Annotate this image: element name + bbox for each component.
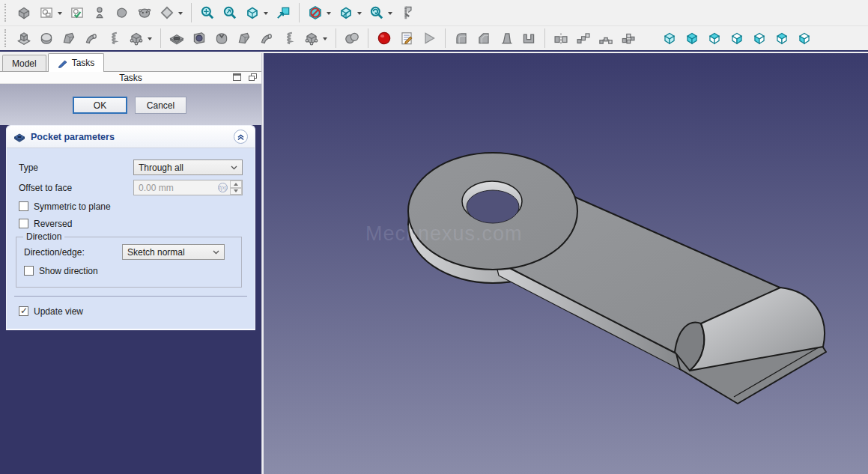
multitransform-icon[interactable] (619, 28, 638, 49)
draw-style-icon[interactable] (243, 2, 270, 23)
measure-icon[interactable] (398, 2, 417, 23)
type-select[interactable]: Through all (133, 159, 243, 175)
tab-tasks-label: Tasks (72, 58, 95, 68)
clipping-plane-icon[interactable] (306, 2, 333, 23)
thickness-icon[interactable] (519, 28, 538, 49)
polar-pattern-icon[interactable] (596, 28, 616, 49)
toolbar-separator (160, 28, 161, 48)
pocket-parameters-box: Pocket parameters Type Through all (6, 125, 255, 330)
groove-icon[interactable] (212, 28, 231, 49)
hole-icon[interactable] (189, 28, 209, 49)
chevron-down-icon (231, 165, 237, 170)
spin-down-button[interactable] (230, 188, 242, 195)
float-icon[interactable] (249, 73, 257, 81)
view-top-icon[interactable] (705, 28, 724, 49)
update-view-checkbox[interactable] (19, 306, 28, 316)
tab-model[interactable]: Model (2, 55, 46, 71)
subtractive-primitive-icon[interactable] (302, 28, 330, 49)
align-to-selection-icon[interactable] (273, 2, 293, 23)
view-right-icon[interactable] (727, 28, 747, 49)
view-rear-icon[interactable] (750, 28, 769, 49)
ok-button[interactable]: OK (73, 97, 127, 114)
zoom-icon[interactable] (367, 2, 395, 23)
create-body-icon[interactable] (14, 2, 34, 23)
dock-icon[interactable] (233, 73, 241, 81)
subtractive-loft-icon[interactable] (234, 28, 254, 49)
validate-sketch-icon[interactable] (112, 2, 132, 23)
view-left-icon[interactable] (795, 28, 814, 49)
type-label: Type (19, 162, 133, 173)
pocket-icon[interactable] (167, 28, 186, 49)
offset-input[interactable]: 0.00 mm f(x) (133, 180, 243, 195)
dropdown-arrow[interactable] (264, 12, 268, 17)
toolbar-separator (544, 28, 545, 48)
shapebinder-icon[interactable] (135, 2, 154, 23)
pocket-parameters-header: Pocket parameters (7, 126, 255, 148)
symmetric-checkbox[interactable] (19, 201, 28, 211)
panel-tabbar: Model Tasks (0, 53, 261, 72)
dropdown-arrow[interactable] (148, 37, 152, 43)
additive-loft-icon[interactable] (59, 28, 79, 49)
watermark: Mechnexus.com (365, 222, 523, 246)
reversed-label: Reversed (34, 219, 72, 229)
hole-opening (467, 190, 519, 223)
macro-record-icon[interactable] (374, 28, 394, 49)
update-view-label: Update view (34, 306, 83, 317)
mirrored-icon[interactable] (551, 28, 571, 49)
subtractive-helix-icon[interactable] (279, 28, 299, 49)
dropdown-arrow[interactable] (58, 12, 62, 17)
create-sketch-icon[interactable] (37, 2, 64, 23)
edit-sketch-icon[interactable] (67, 2, 87, 23)
direction-edge-select[interactable]: Sketch normal (122, 244, 225, 260)
create-datum-icon[interactable] (157, 2, 185, 23)
dropdown-arrow[interactable] (323, 37, 327, 43)
map-sketch-icon[interactable] (90, 2, 109, 23)
reversed-checkbox[interactable] (19, 219, 28, 228)
direction-edge-label: Direction/edge: (24, 247, 122, 258)
subtractive-pipe-icon[interactable] (257, 28, 276, 49)
cancel-button[interactable]: Cancel (135, 97, 186, 114)
task-buttons-area: OK Cancel (0, 84, 261, 125)
linear-pattern-icon[interactable] (574, 28, 593, 49)
fit-selection-icon[interactable] (220, 2, 240, 23)
fit-all-icon[interactable] (198, 2, 217, 23)
ok-label: OK (94, 100, 106, 111)
view-bottom-icon[interactable] (772, 28, 792, 49)
pad-icon[interactable] (14, 28, 34, 49)
show-direction-label: Show direction (39, 266, 98, 276)
dropdown-arrow[interactable] (327, 12, 331, 17)
direction-group-label: Direction (23, 231, 64, 242)
chamfer-icon[interactable] (474, 28, 494, 49)
pocket-parameters-body: Type Through all Offset to face 0.00 mm … (7, 148, 255, 329)
macro-play-icon[interactable] (419, 28, 439, 49)
pen-icon (58, 58, 68, 68)
tab-model-label: Model (12, 58, 37, 69)
view-isometric-icon[interactable] (660, 28, 679, 49)
draft-icon[interactable] (497, 28, 516, 49)
toolbar-handle[interactable] (4, 29, 8, 47)
collapse-button[interactable] (234, 130, 248, 144)
view-front-icon[interactable] (682, 28, 702, 49)
3d-viewport[interactable]: Mechnexus.com (264, 53, 868, 474)
dropdown-arrow[interactable] (357, 12, 362, 17)
show-direction-checkbox[interactable] (24, 266, 34, 276)
toolbar-handle[interactable] (4, 4, 8, 22)
task-panel: Model Tasks Tasks OK (0, 53, 261, 474)
dropdown-arrow[interactable] (178, 12, 183, 17)
revolution-icon[interactable] (37, 28, 56, 49)
axonometric-view-icon[interactable] (336, 2, 364, 23)
macro-edit-icon[interactable] (397, 28, 416, 49)
additive-primitive-icon[interactable] (127, 28, 154, 49)
tab-tasks[interactable]: Tasks (48, 53, 105, 72)
boolean-icon[interactable] (342, 28, 362, 49)
fillet-icon[interactable] (452, 28, 471, 49)
panel-splitter[interactable] (261, 53, 264, 474)
spin-up-button[interactable] (230, 180, 242, 188)
toolbar-separator (191, 3, 192, 22)
cancel-label: Cancel (147, 100, 174, 111)
additive-helix-icon[interactable] (104, 28, 124, 49)
formula-icon[interactable]: f(x) (218, 183, 228, 192)
dropdown-arrow[interactable] (388, 12, 392, 17)
additive-pipe-icon[interactable] (82, 28, 101, 49)
cad-model[interactable] (264, 53, 868, 474)
